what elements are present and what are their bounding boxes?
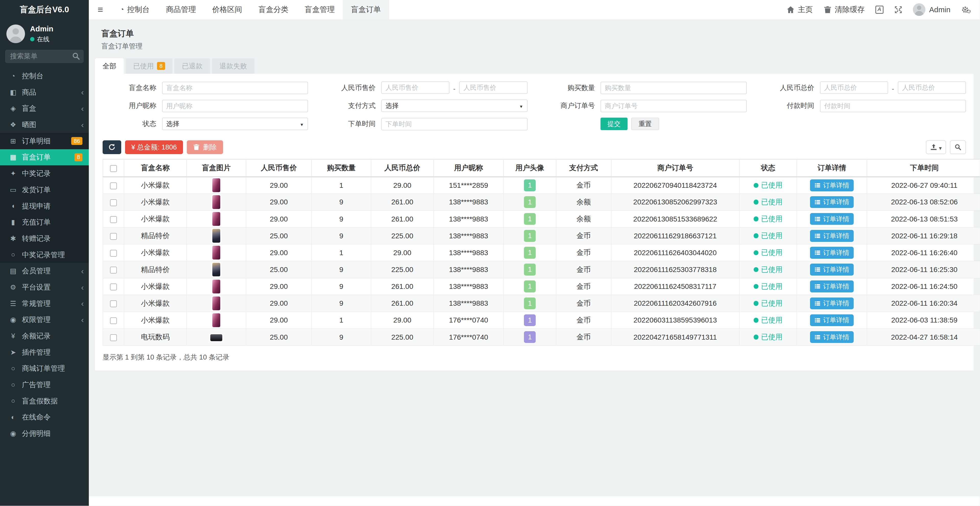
filter-input[interactable] [820,100,966,112]
order-detail-button[interactable]: 订单详情 [810,196,854,208]
refresh-button[interactable] [103,140,121,154]
submit-button[interactable]: 提交 [600,118,627,130]
row-checkbox[interactable] [110,300,117,307]
sidebar-item[interactable]: 余额记录 [0,328,89,344]
sidebar-item[interactable]: 发货订单 [0,182,89,198]
delete-button[interactable]: 删除 [187,140,223,154]
column-header[interactable]: 购买数量 [312,159,371,177]
sidebar-item[interactable]: 控制台 [0,68,89,84]
topnav-item[interactable]: 商品管理 [158,0,204,19]
filter-range-min[interactable] [820,81,888,94]
order-detail-button[interactable]: 订单详情 [810,264,854,275]
sidebar-item[interactable]: 分佣明细 [0,425,89,442]
filter-input[interactable] [162,100,308,112]
column-header[interactable]: 支付方式 [556,159,611,177]
sidebar-item[interactable]: 在线命令 [0,409,89,426]
row-checkbox[interactable] [110,233,117,240]
tab[interactable]: 已退款 [174,58,210,74]
column-header[interactable]: 盲盒图片 [186,159,246,177]
sidebar-item[interactable]: 盲盒 [0,100,89,117]
sidebar-item[interactable]: 插件管理 [0,344,89,361]
list-icon [815,283,821,290]
topnav-item[interactable]: 控制台 [112,0,158,19]
row-checkbox[interactable] [110,283,117,290]
payment-cell: 金币 [556,329,611,345]
tab[interactable]: 已使用 8 [126,58,172,74]
topnav-item[interactable]: 盲盒订单 [343,0,389,19]
column-header[interactable]: 用户头像 [504,159,556,177]
row-checkbox[interactable] [110,183,117,189]
sidebar-item[interactable]: 订单明细 86 [0,133,89,149]
clear-cache-link[interactable]: 清除缓存 [824,5,865,15]
sidebar: 盲盒后台V6.0 Admin 在线 控制台 [0,0,89,506]
sidebar-item[interactable]: 中奖记录管理 [0,247,89,263]
topnav-item[interactable]: 价格区间 [204,0,250,19]
filter-input[interactable] [162,82,308,94]
order-detail-button[interactable]: 订单详情 [810,180,854,191]
column-header[interactable]: 人民币售价 [246,159,312,177]
column-header[interactable]: 状态 [739,159,797,177]
tab[interactable]: 退款失败 [212,58,255,74]
sidebar-item[interactable]: 平台设置 [0,279,89,296]
row-checkbox[interactable] [110,317,117,324]
language-button[interactable] [875,6,883,14]
sidebar-item[interactable]: 常规管理 [0,296,89,312]
row-checkbox[interactable] [110,250,117,257]
order-detail-button[interactable]: 订单详情 [810,280,854,293]
order-detail-button[interactable]: 订单详情 [810,213,854,225]
row-checkbox[interactable] [110,267,117,274]
filter-input[interactable] [600,100,747,112]
box-image-cell [186,312,246,329]
row-checkbox[interactable] [110,199,117,206]
column-header[interactable]: 用户昵称 [434,159,504,177]
filter-range-min[interactable] [381,81,449,94]
sidebar-item[interactable]: 转赠记录 [0,231,89,247]
tab[interactable]: 全部 [95,58,124,74]
sidebar-item[interactable]: 广告管理 [0,377,89,393]
sidebar-item[interactable]: 商城订单管理 [0,361,89,377]
column-header[interactable]: 人民币总价 [371,159,434,177]
column-header[interactable]: 订单详情 [797,159,867,177]
column-header[interactable]: 下单时间 [867,159,980,177]
sidebar-item[interactable]: 晒图 [0,117,89,133]
topnav-item[interactable]: 盲盒管理 [297,0,343,19]
order-detail-button[interactable]: 订单详情 [810,298,854,310]
sidebar-item[interactable]: 会员管理 [0,263,89,279]
search-toggle-button[interactable] [950,140,966,154]
home-link[interactable]: 主页 [787,5,813,15]
column-header[interactable]: 盲盒名称 [124,159,186,177]
avatar-cell: 1 [504,278,556,295]
order-detail-button[interactable]: 订单详情 [810,247,854,259]
row-checkbox[interactable] [110,334,117,341]
order-detail-button[interactable]: 订单详情 [810,331,854,343]
filter-input[interactable] [600,82,747,94]
sidebar-item[interactable]: 充值订单 [0,214,89,231]
fullscreen-button[interactable] [894,6,902,14]
recharge-icon [8,218,18,226]
settings-button[interactable] [961,6,971,14]
filter-range-max[interactable] [898,81,966,94]
order-detail-button[interactable]: 订单详情 [810,230,854,242]
sidebar-item[interactable]: 提现申请 [0,198,89,214]
filter-select[interactable]: 选择 [162,118,308,130]
sidebar-item[interactable]: 权限管理 [0,312,89,328]
row-checkbox[interactable] [110,216,117,223]
product-image [212,178,221,192]
topnav-item[interactable]: 盲盒分类 [250,0,297,19]
total-amount-button[interactable]: ¥ 总金额: 1806 [125,140,183,154]
user-menu[interactable]: Admin [913,3,950,16]
order-detail-button[interactable]: 订单详情 [810,314,854,326]
sidebar-item[interactable]: 中奖记录 [0,165,89,182]
sidebar-item[interactable]: 盲盒假数据 [0,393,89,409]
export-button[interactable] [926,140,946,154]
select-all-checkbox[interactable] [110,165,117,172]
sidebar-item[interactable]: 盲盒订单 8 [0,149,89,165]
column-header[interactable]: 商户订单号 [611,159,739,177]
reset-button[interactable]: 重置 [631,118,659,130]
filter-range-max[interactable] [459,81,527,94]
filter-input[interactable] [381,118,528,130]
menu-toggle-icon[interactable] [89,0,112,19]
sidebar-item[interactable]: 商品 [0,84,89,100]
avatar-cell: 1 [504,194,556,210]
filter-select[interactable]: 选择 [381,100,528,112]
